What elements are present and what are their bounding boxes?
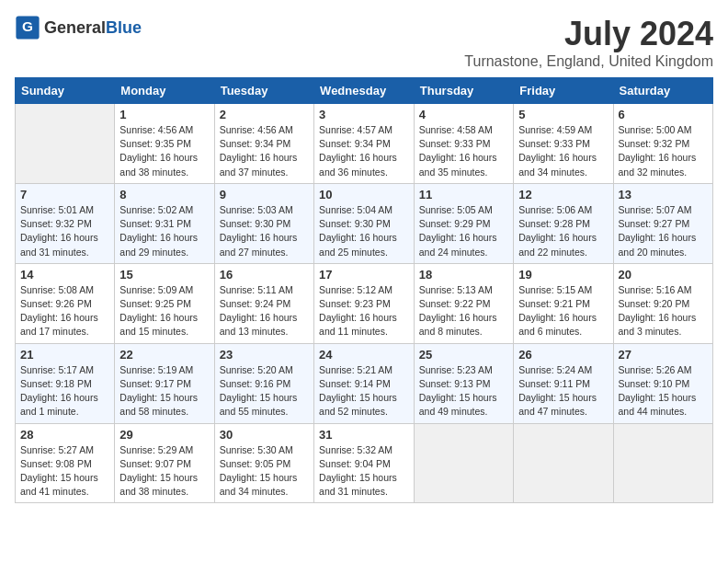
page-header: G GeneralBlue July 2024 Turnastone, Engl… xyxy=(15,15,713,70)
title-block: July 2024 Turnastone, England, United Ki… xyxy=(464,15,713,70)
week-row-3: 14Sunrise: 5:08 AM Sunset: 9:26 PM Dayli… xyxy=(16,263,713,343)
calendar-cell: 16Sunrise: 5:11 AM Sunset: 9:24 PM Dayli… xyxy=(214,263,313,343)
day-number: 7 xyxy=(20,188,109,201)
day-number: 29 xyxy=(119,428,209,442)
weekday-header-monday: Monday xyxy=(115,78,214,104)
calendar-cell: 6Sunrise: 5:00 AM Sunset: 9:32 PM Daylig… xyxy=(613,104,713,184)
calendar-cell: 21Sunrise: 5:17 AM Sunset: 9:18 PM Dayli… xyxy=(16,343,115,423)
day-info: Sunrise: 5:15 AM Sunset: 9:21 PM Dayligh… xyxy=(518,283,608,339)
day-number: 2 xyxy=(220,108,309,121)
day-info: Sunrise: 5:29 AM Sunset: 9:07 PM Dayligh… xyxy=(119,443,209,500)
day-info: Sunrise: 4:56 AM Sunset: 9:34 PM Dayligh… xyxy=(220,123,309,179)
calendar-cell: 18Sunrise: 5:13 AM Sunset: 9:22 PM Dayli… xyxy=(414,263,513,343)
day-info: Sunrise: 5:01 AM Sunset: 9:32 PM Dayligh… xyxy=(20,203,109,259)
calendar-cell: 7Sunrise: 5:01 AM Sunset: 9:32 PM Daylig… xyxy=(16,183,115,263)
calendar-cell: 22Sunrise: 5:19 AM Sunset: 9:17 PM Dayli… xyxy=(115,343,214,423)
month-title: July 2024 xyxy=(464,15,713,53)
calendar-cell xyxy=(414,423,513,503)
calendar-cell: 3Sunrise: 4:57 AM Sunset: 9:34 PM Daylig… xyxy=(314,104,415,184)
calendar-cell: 29Sunrise: 5:29 AM Sunset: 9:07 PM Dayli… xyxy=(115,423,214,503)
calendar-cell: 11Sunrise: 5:05 AM Sunset: 9:29 PM Dayli… xyxy=(414,183,513,263)
day-info: Sunrise: 5:11 AM Sunset: 9:24 PM Dayligh… xyxy=(220,283,309,339)
svg-text:G: G xyxy=(22,18,33,34)
calendar-cell: 2Sunrise: 4:56 AM Sunset: 9:34 PM Daylig… xyxy=(214,104,313,184)
day-info: Sunrise: 5:00 AM Sunset: 9:32 PM Dayligh… xyxy=(619,123,709,179)
calendar-cell: 23Sunrise: 5:20 AM Sunset: 9:16 PM Dayli… xyxy=(214,343,313,423)
weekday-header-row: SundayMondayTuesdayWednesdayThursdayFrid… xyxy=(16,78,713,104)
day-number: 30 xyxy=(220,428,309,442)
day-number: 6 xyxy=(619,108,709,121)
day-info: Sunrise: 5:23 AM Sunset: 9:13 PM Dayligh… xyxy=(419,363,508,419)
calendar-cell: 8Sunrise: 5:02 AM Sunset: 9:31 PM Daylig… xyxy=(115,183,214,263)
day-number: 23 xyxy=(220,348,309,362)
calendar-cell: 4Sunrise: 4:58 AM Sunset: 9:33 PM Daylig… xyxy=(414,104,513,184)
calendar-cell: 15Sunrise: 5:09 AM Sunset: 9:25 PM Dayli… xyxy=(115,263,214,343)
day-info: Sunrise: 5:27 AM Sunset: 9:08 PM Dayligh… xyxy=(20,443,109,500)
day-info: Sunrise: 5:03 AM Sunset: 9:30 PM Dayligh… xyxy=(220,203,309,259)
week-row-4: 21Sunrise: 5:17 AM Sunset: 9:18 PM Dayli… xyxy=(16,343,713,423)
weekday-header-saturday: Saturday xyxy=(613,78,713,104)
day-number: 18 xyxy=(419,268,508,282)
day-number: 27 xyxy=(619,348,709,362)
day-number: 11 xyxy=(419,188,508,201)
calendar-cell xyxy=(514,423,613,503)
calendar-cell: 10Sunrise: 5:04 AM Sunset: 9:30 PM Dayli… xyxy=(314,183,415,263)
logo: G GeneralBlue xyxy=(15,15,142,40)
logo-general: General xyxy=(44,18,106,37)
day-number: 17 xyxy=(319,268,409,282)
day-info: Sunrise: 5:13 AM Sunset: 9:22 PM Dayligh… xyxy=(419,283,508,339)
weekday-header-friday: Friday xyxy=(514,78,613,104)
day-info: Sunrise: 5:21 AM Sunset: 9:14 PM Dayligh… xyxy=(319,363,409,419)
day-number: 10 xyxy=(319,188,409,201)
day-number: 22 xyxy=(119,348,209,362)
calendar-cell: 31Sunrise: 5:32 AM Sunset: 9:04 PM Dayli… xyxy=(314,423,415,503)
day-number: 25 xyxy=(419,348,508,362)
calendar-cell: 5Sunrise: 4:59 AM Sunset: 9:33 PM Daylig… xyxy=(514,104,613,184)
weekday-header-thursday: Thursday xyxy=(414,78,513,104)
calendar-cell: 19Sunrise: 5:15 AM Sunset: 9:21 PM Dayli… xyxy=(514,263,613,343)
day-number: 1 xyxy=(119,108,209,121)
day-info: Sunrise: 5:12 AM Sunset: 9:23 PM Dayligh… xyxy=(319,283,409,339)
calendar-cell: 17Sunrise: 5:12 AM Sunset: 9:23 PM Dayli… xyxy=(314,263,415,343)
calendar-table: SundayMondayTuesdayWednesdayThursdayFrid… xyxy=(15,77,713,503)
day-number: 26 xyxy=(518,348,608,362)
day-info: Sunrise: 5:16 AM Sunset: 9:20 PM Dayligh… xyxy=(619,283,709,339)
calendar-cell: 28Sunrise: 5:27 AM Sunset: 9:08 PM Dayli… xyxy=(16,423,115,503)
day-number: 4 xyxy=(419,108,508,121)
calendar-cell: 30Sunrise: 5:30 AM Sunset: 9:05 PM Dayli… xyxy=(214,423,313,503)
day-info: Sunrise: 5:26 AM Sunset: 9:10 PM Dayligh… xyxy=(619,363,709,419)
calendar-cell: 24Sunrise: 5:21 AM Sunset: 9:14 PM Dayli… xyxy=(314,343,415,423)
weekday-header-sunday: Sunday xyxy=(16,78,115,104)
logo-blue: Blue xyxy=(106,18,142,37)
calendar-cell xyxy=(613,423,713,503)
day-info: Sunrise: 5:08 AM Sunset: 9:26 PM Dayligh… xyxy=(20,283,109,339)
day-number: 9 xyxy=(220,188,309,201)
day-info: Sunrise: 5:20 AM Sunset: 9:16 PM Dayligh… xyxy=(220,363,309,419)
day-info: Sunrise: 4:58 AM Sunset: 9:33 PM Dayligh… xyxy=(419,123,508,179)
day-number: 3 xyxy=(319,108,409,121)
calendar-cell: 20Sunrise: 5:16 AM Sunset: 9:20 PM Dayli… xyxy=(613,263,713,343)
calendar-cell: 14Sunrise: 5:08 AM Sunset: 9:26 PM Dayli… xyxy=(16,263,115,343)
day-number: 16 xyxy=(220,268,309,282)
day-number: 15 xyxy=(119,268,209,282)
day-info: Sunrise: 5:30 AM Sunset: 9:05 PM Dayligh… xyxy=(220,443,309,500)
day-number: 31 xyxy=(319,428,409,442)
day-info: Sunrise: 5:04 AM Sunset: 9:30 PM Dayligh… xyxy=(319,203,409,259)
day-number: 8 xyxy=(119,188,209,201)
logo-icon: G xyxy=(15,15,40,40)
calendar-cell: 1Sunrise: 4:56 AM Sunset: 9:35 PM Daylig… xyxy=(115,104,214,184)
location: Turnastone, England, United Kingdom xyxy=(464,53,713,70)
calendar-cell: 9Sunrise: 5:03 AM Sunset: 9:30 PM Daylig… xyxy=(214,183,313,263)
day-info: Sunrise: 5:32 AM Sunset: 9:04 PM Dayligh… xyxy=(319,443,409,500)
day-info: Sunrise: 5:05 AM Sunset: 9:29 PM Dayligh… xyxy=(419,203,508,259)
day-info: Sunrise: 5:24 AM Sunset: 9:11 PM Dayligh… xyxy=(518,363,608,419)
day-number: 5 xyxy=(518,108,608,121)
day-info: Sunrise: 5:02 AM Sunset: 9:31 PM Dayligh… xyxy=(119,203,209,259)
weekday-header-wednesday: Wednesday xyxy=(314,78,415,104)
day-number: 24 xyxy=(319,348,409,362)
week-row-1: 1Sunrise: 4:56 AM Sunset: 9:35 PM Daylig… xyxy=(16,104,713,184)
calendar-cell: 26Sunrise: 5:24 AM Sunset: 9:11 PM Dayli… xyxy=(514,343,613,423)
day-number: 28 xyxy=(20,428,109,442)
day-number: 19 xyxy=(518,268,608,282)
day-info: Sunrise: 5:07 AM Sunset: 9:27 PM Dayligh… xyxy=(619,203,709,259)
